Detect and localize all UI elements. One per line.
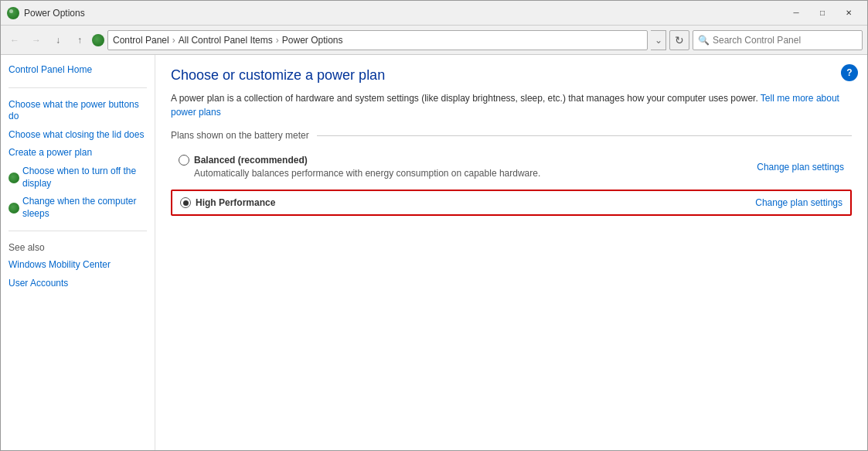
search-input[interactable] <box>713 35 857 46</box>
plans-section-header: Plans shown on the battery meter <box>171 130 852 141</box>
plans-header-line <box>317 135 852 136</box>
radio-high-performance[interactable] <box>180 197 191 208</box>
path-control-panel[interactable]: Control Panel <box>113 35 169 46</box>
page-title: Choose or customize a power plan <box>171 67 852 84</box>
back-button[interactable]: ← <box>5 31 24 50</box>
plan-row-high-performance: High Performance Change plan settings <box>171 190 852 216</box>
turn-off-display-icon <box>9 173 19 183</box>
close-button[interactable]: ✕ <box>836 5 861 22</box>
sidebar: Control Panel Home Choose what the power… <box>1 55 155 450</box>
app-icon <box>7 7 19 19</box>
search-icon: 🔍 <box>698 35 710 46</box>
refresh-button[interactable]: ↻ <box>669 30 689 50</box>
plan-balanced-desc: Automatically balances performance with … <box>194 168 540 179</box>
sidebar-item-user-accounts[interactable]: User Accounts <box>9 278 147 290</box>
plan-hp-name-row: High Performance <box>180 197 275 208</box>
help-button[interactable]: ? <box>841 64 858 81</box>
address-dropdown[interactable]: ⌄ <box>651 30 666 50</box>
window-controls: ─ □ ✕ <box>784 5 861 22</box>
sidebar-item-closing-lid[interactable]: Choose what closing the lid does <box>9 129 147 142</box>
up-button[interactable]: ↑ <box>70 31 89 50</box>
down-button[interactable]: ↓ <box>49 31 67 50</box>
sidebar-item-mobility-center[interactable]: Windows Mobility Center <box>9 259 147 272</box>
sidebar-divider-1 <box>9 87 147 88</box>
plan-balanced-left: Balanced (recommended) Automatically bal… <box>179 155 540 179</box>
minimize-button[interactable]: ─ <box>784 5 808 22</box>
forward-button[interactable]: → <box>27 31 46 50</box>
plans-header-text: Plans shown on the battery meter <box>171 130 309 141</box>
change-plan-hp-link[interactable]: Change plan settings <box>755 197 842 208</box>
folder-icon <box>92 34 104 46</box>
main-area: Control Panel Home Choose what the power… <box>1 55 867 450</box>
sidebar-item-turn-off-display-wrapper: Choose when to turn off the display <box>9 166 147 190</box>
content-description: A power plan is a collection of hardware… <box>171 91 852 119</box>
plan-hp-name: High Performance <box>196 197 275 208</box>
content-area: ? Choose or customize a power plan A pow… <box>155 55 867 450</box>
path-current: Power Options <box>282 35 343 46</box>
address-path[interactable]: Control Panel › All Control Panel Items … <box>107 30 648 50</box>
address-bar: ← → ↓ ↑ Control Panel › All Control Pane… <box>1 26 867 55</box>
sidebar-item-turn-off-display[interactable]: Choose when to turn off the display <box>22 166 147 190</box>
sidebar-item-control-panel-home[interactable]: Control Panel Home <box>9 64 147 77</box>
sidebar-item-computer-sleeps[interactable]: Change when the computer sleeps <box>22 196 147 220</box>
search-box[interactable]: 🔍 <box>693 30 863 50</box>
window: Power Options ─ □ ✕ ← → ↓ ↑ Control Pane… <box>0 0 868 451</box>
change-plan-balanced-link[interactable]: Change plan settings <box>757 162 844 173</box>
sidebar-item-create-plan[interactable]: Create a power plan <box>9 147 147 159</box>
sidebar-item-power-buttons[interactable]: Choose what the power buttons do <box>9 99 147 123</box>
sidebar-divider-2 <box>9 231 147 231</box>
plan-hp-left: High Performance <box>180 197 275 208</box>
path-all-items[interactable]: All Control Panel Items <box>179 35 273 46</box>
plan-balanced-name-row: Balanced (recommended) <box>179 155 540 166</box>
plan-balanced-name: Balanced (recommended) <box>194 155 308 166</box>
sidebar-item-computer-sleeps-wrapper: Change when the computer sleeps <box>9 196 147 220</box>
window-title: Power Options <box>24 8 784 19</box>
radio-balanced[interactable] <box>179 155 189 166</box>
plan-row-balanced: Balanced (recommended) Automatically bal… <box>171 149 852 185</box>
computer-sleeps-icon <box>9 203 19 214</box>
see-also-label: See also <box>9 242 147 253</box>
maximize-button[interactable]: □ <box>810 5 835 22</box>
title-bar: Power Options ─ □ ✕ <box>1 1 867 26</box>
